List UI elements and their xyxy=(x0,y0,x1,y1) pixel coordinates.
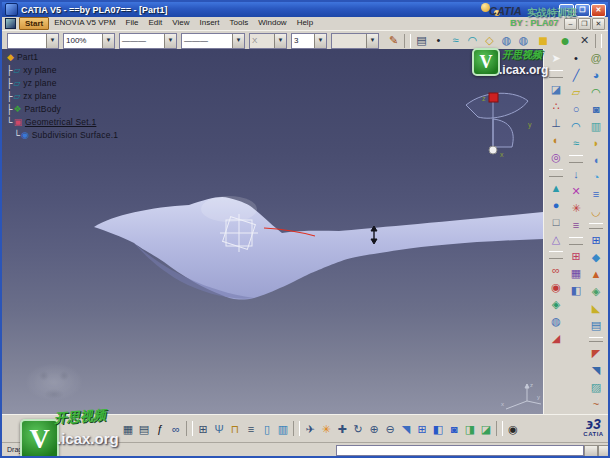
point-symbol-combo[interactable]: X ▼ xyxy=(249,33,287,49)
painter-icon[interactable]: ✎ xyxy=(385,32,402,49)
mesh-icon[interactable]: ▦ xyxy=(567,265,585,282)
join-icon[interactable]: ∞ xyxy=(547,262,565,279)
camera-icon[interactable]: ◉ xyxy=(505,421,521,438)
projection-icon[interactable]: ↓ xyxy=(567,166,585,183)
point-coordinates-icon[interactable]: ∴ xyxy=(547,98,565,115)
offset-icon[interactable]: ▥ xyxy=(587,118,605,135)
catalog-browser-icon[interactable]: ▯ xyxy=(259,421,275,438)
select-icon[interactable]: ➤ xyxy=(547,50,565,67)
pan-icon[interactable]: ✚ xyxy=(334,421,350,438)
fill-surface-icon[interactable]: ▲ xyxy=(587,266,605,283)
spiral-icon[interactable]: @ xyxy=(587,50,605,67)
untrim-icon[interactable]: ◈ xyxy=(547,296,565,313)
line-weight-combo[interactable]: ——— ▼ xyxy=(119,33,177,49)
grid-view-icon[interactable]: ⊞ xyxy=(587,232,605,249)
zoom-out-icon[interactable]: ⊖ xyxy=(382,421,398,438)
relations-icon[interactable]: Ψ xyxy=(211,421,227,438)
extrude-icon[interactable]: ◠ xyxy=(587,84,605,101)
adaptive-sweep-icon[interactable]: ◖ xyxy=(587,152,605,169)
combine-icon[interactable]: ✕ xyxy=(567,183,585,200)
Edit[interactable]: Edit xyxy=(143,17,167,30)
multi-section-icon[interactable]: ≡ xyxy=(587,186,605,203)
tree-item-subdivision-surface[interactable]: └ ◉ Subdivision Surface.1 xyxy=(6,128,118,141)
iso-view-icon[interactable]: ◧ xyxy=(430,421,446,438)
parallel-curve-icon[interactable]: ≡ xyxy=(567,217,585,234)
reflect-line-icon[interactable]: ✳ xyxy=(567,200,585,217)
cone-icon[interactable]: ▲ xyxy=(547,180,565,197)
sketcher-icon[interactable]: ◐ xyxy=(547,132,565,149)
subdivision-icon[interactable]: ◧ xyxy=(567,282,585,299)
render-style-combo[interactable]: ▼ xyxy=(331,33,379,49)
loft-icon[interactable]: ◈ xyxy=(587,283,605,300)
File[interactable]: File xyxy=(121,17,144,30)
measure-diagonal-icon[interactable]: ✕ xyxy=(576,32,593,49)
chamfer-icon[interactable]: ◣ xyxy=(587,300,605,317)
trim-surface-icon[interactable]: ◤ xyxy=(587,345,605,362)
catalog-cube-icon[interactable]: ■ xyxy=(532,32,554,49)
zoom-view-2-icon[interactable]: ◍ xyxy=(515,32,532,49)
save-icon[interactable]: ▦ xyxy=(120,421,136,438)
zoom-in-icon[interactable]: ⊕ xyxy=(366,421,382,438)
tree-item-zx-plane[interactable]: ├ ▱ zx plane xyxy=(6,89,118,102)
fill-icon[interactable]: ◔ xyxy=(587,169,605,186)
paste-special-icon[interactable]: ◪ xyxy=(547,81,565,98)
shape-morphing-icon[interactable]: ◕ xyxy=(587,67,605,84)
connect-curve-icon[interactable]: ≈ xyxy=(567,135,585,152)
fit-all-in-icon[interactable]: ✳ xyxy=(318,421,334,438)
formula-icon[interactable]: ƒ xyxy=(152,421,168,438)
database-icon[interactable]: ▥ xyxy=(275,421,291,438)
Tools[interactable]: Tools xyxy=(225,17,254,30)
rotate-icon[interactable]: ↻ xyxy=(350,421,366,438)
point-tool-icon[interactable]: • xyxy=(567,50,585,67)
fly-mode-icon[interactable]: ✈ xyxy=(302,421,318,438)
tree-item-yz-plane[interactable]: ├ ▱ yz plane xyxy=(6,76,118,89)
Insert[interactable]: Insert xyxy=(194,17,224,30)
sweep-surface-icon[interactable]: ◆ xyxy=(587,249,605,266)
circle-tool-icon[interactable]: ○ xyxy=(567,101,585,118)
subdivision-surface-model[interactable] xyxy=(94,197,543,300)
spline-icon[interactable]: ≈ xyxy=(447,32,464,49)
Start[interactable]: Start xyxy=(19,17,49,30)
layers-icon[interactable]: ▨ xyxy=(587,379,605,396)
fill-color-combo[interactable]: ▼ xyxy=(7,33,59,49)
subdivision-control-cage[interactable] xyxy=(220,214,258,252)
chevron-down-icon[interactable]: ▼ xyxy=(232,34,244,48)
point-dot-icon[interactable]: • xyxy=(430,32,447,49)
constraint-icon[interactable]: ◎ xyxy=(547,149,565,166)
tree-item-part1[interactable]: ◆ Part1 xyxy=(6,50,118,63)
chevron-down-icon[interactable]: ▼ xyxy=(164,34,176,48)
close-button[interactable]: ✕ xyxy=(591,4,606,17)
chevron-down-icon[interactable]: ▼ xyxy=(102,34,114,48)
zoom-view-1-icon[interactable]: ◍ xyxy=(498,32,515,49)
wireframe-view-icon[interactable]: ◨ xyxy=(462,421,478,438)
extract-icon[interactable]: ◢ xyxy=(547,330,565,347)
hidden-line-view-icon[interactable]: ◪ xyxy=(478,421,494,438)
knowledge-inspector-icon[interactable]: ∞ xyxy=(168,421,184,438)
parameters-icon[interactable]: ≡ xyxy=(243,421,259,438)
chevron-down-icon[interactable]: ▼ xyxy=(46,34,58,48)
print-icon[interactable]: ▤ xyxy=(136,421,152,438)
measure-between-icon[interactable]: ↔ xyxy=(604,32,610,49)
chevron-down-icon[interactable]: ▼ xyxy=(274,34,286,48)
Help[interactable]: Help xyxy=(292,17,318,30)
tree-item-partbody[interactable]: ├ ❖ PartBody xyxy=(6,102,118,115)
status-button-1[interactable] xyxy=(584,445,598,457)
3d-viewport[interactable]: ◆ Part1 ├ ▱ xy plane ├ ▱ yz plane ├ ▱ zx… xyxy=(2,49,543,414)
layer-combo[interactable]: 3 ▼ xyxy=(291,33,327,49)
arc-icon[interactable]: ◠ xyxy=(464,32,481,49)
opacity-combo[interactable]: 100% ▼ xyxy=(63,33,115,49)
chevron-down-icon[interactable]: ▼ xyxy=(314,34,326,48)
printer-icon[interactable]: ▤ xyxy=(413,32,430,49)
normal-view-icon[interactable]: ◥ xyxy=(398,421,414,438)
Window[interactable]: Window xyxy=(253,17,291,30)
mdi-restore-button[interactable]: ❐ xyxy=(578,18,591,30)
maximize-button[interactable]: ❐ xyxy=(575,4,590,17)
grid-icon[interactable]: ⊞ xyxy=(567,248,585,265)
axis-system-icon[interactable]: ⊥ xyxy=(547,115,565,132)
chevron-down-icon[interactable]: ▼ xyxy=(366,34,378,48)
boundary-surface-icon[interactable]: ◥ xyxy=(587,362,605,379)
corner-tool-icon[interactable]: ◠ xyxy=(567,118,585,135)
facet-icon[interactable]: ◇ xyxy=(481,32,498,49)
workbench-sphere-icon[interactable]: ● xyxy=(554,32,576,49)
ENOVIA V5 VPM[interactable]: ENOVIA V5 VPM xyxy=(49,17,120,30)
